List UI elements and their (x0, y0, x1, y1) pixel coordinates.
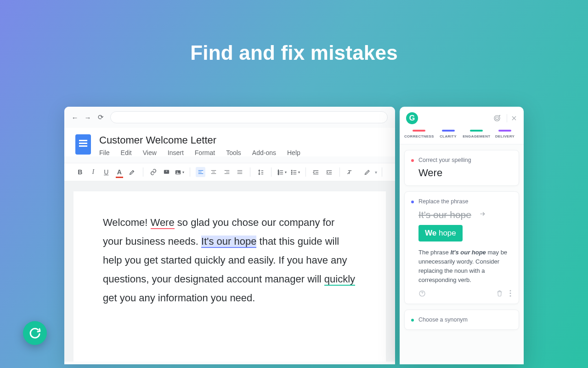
grammarly-fab-icon[interactable] (23, 321, 47, 345)
svg-point-13 (510, 290, 511, 291)
grammarly-logo-icon: G (406, 112, 418, 124)
cat-delivery[interactable]: DELIVERY (491, 130, 519, 138)
bold-icon[interactable]: B (75, 167, 85, 177)
menu-tools[interactable]: Tools (226, 149, 241, 156)
strike-text: It's our hope (418, 209, 471, 220)
link-icon[interactable] (148, 167, 158, 177)
grammar-panel: G CORRECTNESS CLARITY ENGAGEMENT (400, 107, 524, 364)
svg-point-14 (510, 293, 511, 294)
svg-point-8 (291, 172, 292, 172)
browser-toolbar: ← → ⟳ (64, 107, 395, 128)
document-window: ← → ⟳ Customer Welcome Letter File Edit … (64, 107, 395, 364)
doc-header: Customer Welcome Letter File Edit View I… (64, 128, 395, 156)
category-tabs: CORRECTNESS CLARITY ENGAGEMENT DELIVERY (400, 130, 524, 144)
card-explain: The phrase It's our hope may be unnecess… (418, 248, 511, 285)
reload-icon[interactable]: ⟳ (97, 114, 104, 121)
menu-edit[interactable]: Edit (121, 149, 132, 156)
document-body[interactable]: Welcome! Were so glad you chose our comp… (74, 191, 386, 362)
url-field[interactable] (110, 111, 388, 123)
menu-format[interactable]: Format (195, 149, 215, 156)
svg-point-15 (510, 295, 511, 297)
clear-format-icon[interactable] (345, 167, 355, 177)
doc-title[interactable]: Customer Welcome Letter (99, 134, 300, 146)
align-right-icon[interactable] (222, 167, 232, 177)
cat-correctness[interactable]: CORRECTNESS (404, 130, 434, 138)
highlight-icon[interactable] (128, 167, 137, 177)
italic-icon[interactable]: I (89, 167, 98, 177)
card-label: Choose a synonym (418, 316, 511, 323)
card-word: Were (418, 167, 511, 179)
suggestion-card-spelling[interactable]: Correct your spelling Were (404, 150, 519, 186)
goals-icon[interactable] (493, 114, 507, 122)
menu-insert[interactable]: Insert (168, 149, 184, 156)
align-left-icon[interactable] (196, 167, 205, 177)
error-engagement[interactable]: quickly (324, 273, 355, 286)
svg-text:+: + (165, 170, 167, 173)
svg-point-11 (496, 117, 498, 120)
trash-icon[interactable] (496, 290, 503, 297)
svg-point-7 (291, 170, 292, 171)
doc-menu: File Edit View Insert Format Tools Add-o… (99, 149, 300, 156)
edit-mode-icon[interactable] (362, 167, 372, 177)
arrow-right-icon (478, 211, 487, 217)
align-center-icon[interactable] (209, 167, 219, 177)
dot-icon (411, 201, 414, 203)
back-icon[interactable]: ← (72, 114, 78, 121)
replacement-pill[interactable]: We hope (418, 225, 463, 242)
page-area: Welcome! Were so glad you chose our comp… (64, 181, 395, 362)
text-color-icon[interactable]: A (115, 167, 124, 177)
suggestion-card-synonym[interactable]: Choose a synonym (404, 310, 519, 330)
more-icon[interactable] (509, 290, 511, 297)
outdent-icon[interactable] (311, 167, 321, 177)
svg-point-3 (177, 171, 178, 172)
format-toolbar: B I U A + ▾ (64, 163, 395, 181)
menu-file[interactable]: File (99, 149, 110, 156)
cat-clarity[interactable]: CLARITY (434, 130, 463, 138)
numbered-list-icon[interactable]: 123▾ (277, 167, 287, 177)
dot-icon (411, 159, 414, 162)
comment-icon[interactable]: + (162, 167, 171, 177)
suggestion-card-phrase[interactable]: Replace the phrase It's our hope We hope… (404, 191, 519, 304)
svg-text:3: 3 (278, 172, 279, 175)
menu-view[interactable]: View (143, 149, 157, 156)
line-spacing-icon[interactable] (256, 167, 266, 177)
error-clarity[interactable]: It's our hope (201, 236, 256, 248)
bullet-list-icon[interactable]: ▾ (290, 167, 300, 177)
help-icon[interactable] (418, 290, 426, 297)
body-text: get you any information you need. (103, 292, 255, 304)
image-icon[interactable]: ▾ (175, 167, 184, 177)
dot-icon (411, 319, 414, 322)
menu-addons[interactable]: Add-ons (252, 149, 276, 156)
forward-icon[interactable]: → (85, 114, 91, 121)
google-docs-icon (75, 134, 91, 155)
svg-point-9 (291, 173, 292, 174)
close-icon[interactable] (511, 115, 517, 121)
body-text: Welcome! (103, 217, 151, 228)
cat-engagement[interactable]: ENGAGEMENT (462, 130, 491, 138)
error-spelling[interactable]: Were (151, 217, 175, 229)
underline-icon[interactable]: U (102, 167, 111, 177)
card-label: Correct your spelling (418, 157, 511, 163)
svg-point-10 (494, 115, 500, 121)
indent-icon[interactable] (324, 167, 334, 177)
hero-headline: Find and fix mistakes (0, 41, 588, 64)
align-justify-icon[interactable] (235, 167, 245, 177)
card-label: Replace the phrase (418, 198, 511, 205)
menu-help[interactable]: Help (287, 149, 300, 156)
